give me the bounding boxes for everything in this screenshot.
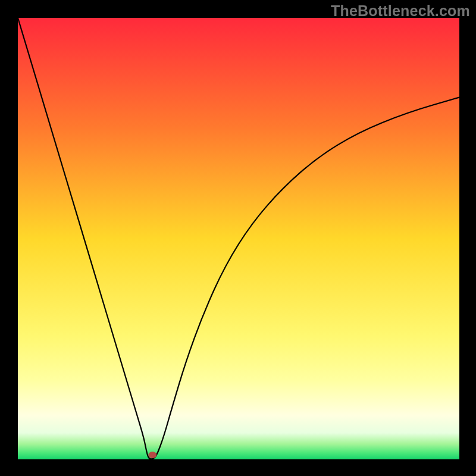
chart-frame: TheBottleneck.com [0,0,476,476]
watermark-label: TheBottleneck.com [331,2,470,20]
minimum-marker [148,452,156,458]
chart-svg [0,0,476,476]
